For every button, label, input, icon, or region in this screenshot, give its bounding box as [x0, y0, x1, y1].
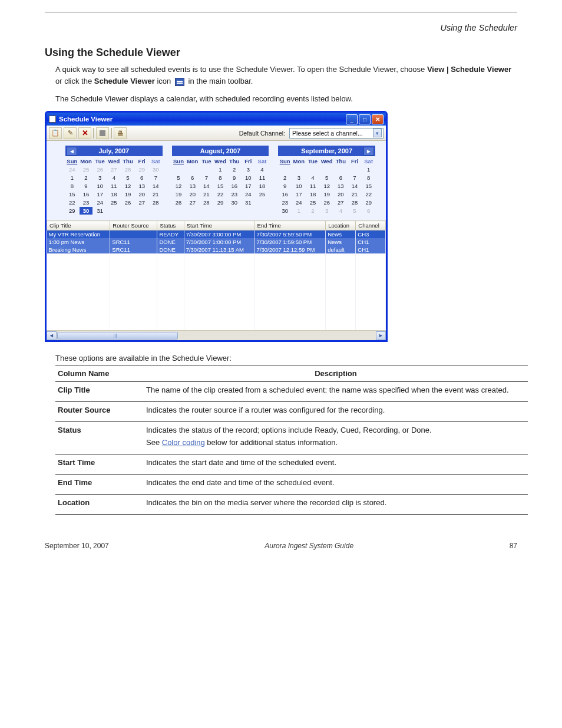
calendar-day[interactable]: 27 [186, 199, 199, 206]
calendar-day[interactable]: 21 [149, 190, 163, 198]
calendar-month[interactable]: ◄July, 2007SunMonTueWedThuFriSat24252627… [65, 146, 163, 215]
calendar-day[interactable]: 7 [348, 174, 362, 182]
calendar-day[interactable]: 26 [320, 199, 333, 206]
calendar-day[interactable]: 10 [93, 182, 107, 190]
calendar-day[interactable]: 9 [80, 182, 93, 190]
calendar-day[interactable]: 14 [149, 182, 163, 190]
calendar-day[interactable]: 19 [172, 190, 186, 198]
calendar-day[interactable]: 16 [278, 190, 292, 198]
calendar-day[interactable]: 23 [227, 190, 241, 198]
calendar-day[interactable]: 27 [135, 199, 148, 206]
calendar-day[interactable]: 14 [348, 182, 362, 190]
calendar-day[interactable]: 17 [93, 190, 107, 198]
scroll-left-button[interactable]: ◄ [47, 331, 57, 340]
column-header[interactable]: Clip Title [47, 221, 110, 230]
stop-button[interactable] [96, 127, 109, 139]
calendar-day[interactable]: 5 [348, 207, 362, 215]
table-row[interactable]: 1:00 pm NewsSRC11DONE7/30/2007 1:00:00 P… [47, 238, 386, 246]
calendar-day[interactable]: 23 [278, 199, 292, 206]
calendar-month[interactable]: August, 2007SunMonTueWedThuFriSat1234567… [172, 146, 269, 215]
calendar-day[interactable]: 5 [172, 174, 186, 182]
calendar-day[interactable]: 15 [362, 182, 375, 190]
calendar-day[interactable]: 21 [348, 190, 362, 198]
calendar-day[interactable]: 1 [214, 166, 227, 173]
calendar-day[interactable]: 26 [172, 199, 186, 206]
calendar-day[interactable]: 30 [80, 207, 93, 215]
calendar-day[interactable]: 8 [65, 182, 79, 190]
calendar-day[interactable]: 7 [149, 174, 163, 182]
calendar-day[interactable]: 18 [306, 190, 320, 198]
column-header[interactable]: Status [157, 221, 184, 230]
calendar-day[interactable]: 7 [200, 174, 213, 182]
calendar-day[interactable]: 5 [320, 174, 333, 182]
column-header[interactable]: Channel [356, 221, 386, 230]
calendar-day[interactable]: 26 [121, 199, 135, 206]
calendar-day[interactable]: 11 [107, 182, 121, 190]
next-month-button[interactable]: ► [363, 147, 374, 156]
calendar-day[interactable]: 25 [80, 166, 93, 173]
calendar-day[interactable]: 13 [334, 182, 348, 190]
calendar-day[interactable]: 24 [242, 190, 255, 198]
scroll-right-button[interactable]: ► [376, 331, 386, 340]
calendar-day[interactable]: 2 [80, 174, 93, 182]
calendar-day[interactable]: 12 [172, 182, 186, 190]
calendar-day[interactable]: 4 [306, 174, 320, 182]
calendar-day[interactable]: 8 [214, 174, 227, 182]
calendar-day[interactable]: 1 [362, 166, 375, 173]
calendar-day[interactable]: 1 [65, 174, 79, 182]
calendar-day[interactable]: 24 [93, 199, 107, 206]
calendar-day[interactable]: 20 [334, 190, 348, 198]
calendar-day[interactable]: 22 [214, 190, 227, 198]
close-button[interactable]: ✕ [372, 114, 384, 124]
calendar-day[interactable]: 2 [227, 166, 241, 173]
calendar-day[interactable]: 25 [256, 190, 269, 198]
calendar-day[interactable]: 5 [121, 174, 135, 182]
calendar-day[interactable]: 19 [121, 190, 135, 198]
calendar-day[interactable]: 6 [135, 174, 148, 182]
color-coding-link[interactable]: Color coding [162, 438, 205, 447]
calendar-day[interactable]: 28 [200, 199, 213, 206]
calendar-day[interactable]: 8 [362, 174, 375, 182]
calendar-day[interactable]: 12 [320, 182, 333, 190]
default-channel-select[interactable]: Please select a channel... ▾ [289, 128, 384, 139]
calendar-day[interactable]: 4 [256, 166, 269, 173]
calendar-day[interactable]: 2 [306, 207, 320, 215]
calendar-day[interactable]: 29 [135, 166, 148, 173]
calendar-day[interactable]: 27 [107, 166, 121, 173]
calendar-day[interactable]: 29 [362, 199, 375, 206]
calendar-day[interactable]: 16 [80, 190, 93, 198]
calendar-day[interactable]: 2 [278, 174, 292, 182]
calendar-day[interactable]: 19 [320, 190, 333, 198]
calendar-day[interactable]: 9 [227, 174, 241, 182]
calendar-day[interactable]: 25 [306, 199, 320, 206]
table-row[interactable]: Breaking NewsSRC11DONE7/30/2007 11:13:15… [47, 246, 386, 253]
horizontal-scrollbar[interactable]: ◄ ► [47, 330, 386, 340]
column-header[interactable]: End Time [254, 221, 326, 230]
calendar-day[interactable]: 14 [200, 182, 213, 190]
calendar-day[interactable]: 20 [186, 190, 199, 198]
calendar-day[interactable]: 11 [256, 174, 269, 182]
calendar-day[interactable]: 22 [362, 190, 375, 198]
calendar-month[interactable]: September, 2007►SunMonTueWedThuFriSat123… [278, 146, 375, 215]
calendar-day[interactable]: 12 [121, 182, 135, 190]
calendar-day[interactable]: 15 [65, 190, 79, 198]
edit-event-button[interactable]: ✎ [64, 127, 77, 139]
column-header[interactable]: Location [326, 221, 356, 230]
calendar-day[interactable]: 17 [292, 190, 306, 198]
calendar-day[interactable]: 30 [149, 166, 163, 173]
calendar-day[interactable]: 13 [186, 182, 199, 190]
calendar-day[interactable]: 28 [149, 199, 163, 206]
new-event-button[interactable]: 📋 [49, 127, 62, 139]
calendar-day[interactable]: 28 [348, 199, 362, 206]
calendar-day[interactable]: 30 [227, 199, 241, 206]
calendar-day[interactable]: 6 [186, 174, 199, 182]
calendar-day[interactable]: 4 [334, 207, 348, 215]
calendar-day[interactable]: 1 [292, 207, 306, 215]
column-header[interactable]: Router Source [110, 221, 157, 230]
calendar-day[interactable]: 3 [93, 174, 107, 182]
calendar-day[interactable]: 10 [292, 182, 306, 190]
calendar-day[interactable]: 26 [93, 166, 107, 173]
delete-event-button[interactable]: ✕ [78, 127, 91, 139]
event-grid[interactable]: Clip TitleRouter SourceStatusStart TimeE… [47, 220, 386, 330]
calendar-day[interactable]: 22 [65, 199, 79, 206]
